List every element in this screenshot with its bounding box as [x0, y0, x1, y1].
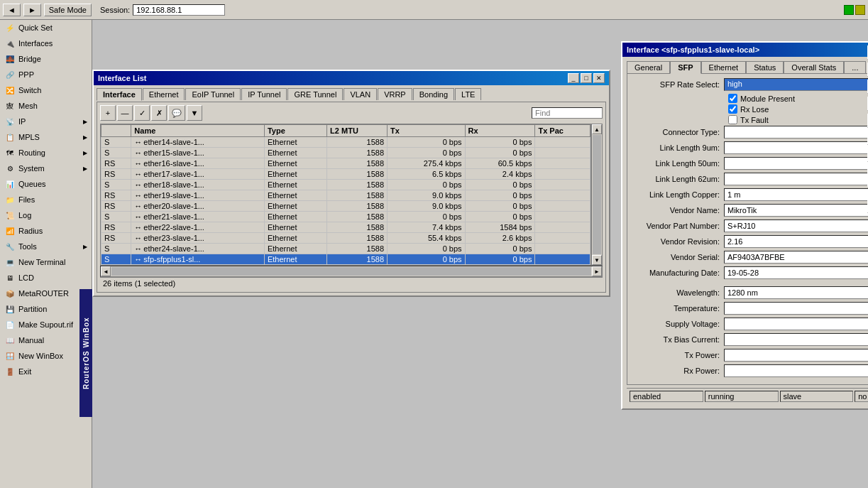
vendor-name-input[interactable]: [724, 204, 868, 217]
tab-ip-tunnel[interactable]: IP Tunnel: [241, 88, 287, 100]
tx-fault-checkbox[interactable]: [728, 115, 737, 124]
sidebar-item-quick-set[interactable]: ⚡ Quick Set: [0, 20, 92, 36]
tab-bonding[interactable]: Bonding: [413, 88, 454, 100]
horizontal-scrollbar[interactable]: ◄ ►: [100, 266, 603, 277]
sidebar-item-routing[interactable]: 🗺 Routing ▶: [0, 145, 92, 161]
link-9um-input[interactable]: [724, 141, 868, 154]
sidebar-item-log[interactable]: 📜 Log: [0, 207, 92, 223]
sidebar-item-tools[interactable]: 🔧 Tools ▶: [0, 239, 92, 254]
sidebar-item-ppp[interactable]: 🔗 PPP: [0, 67, 92, 82]
sidebar-item-bridge[interactable]: 🌉 Bridge: [0, 51, 92, 67]
col-l2mtu[interactable]: L2 MTU: [327, 125, 388, 137]
tab-gre[interactable]: GRE Tunnel: [287, 88, 343, 100]
link-copper-input[interactable]: [724, 188, 868, 201]
sidebar-item-lcd[interactable]: 🖥 LCD: [0, 270, 92, 286]
col-txpac[interactable]: Tx Pac: [535, 125, 590, 137]
sidebar-item-system[interactable]: ⚙ System ▶: [0, 161, 92, 176]
table-row[interactable]: RS ↔ether19-slave-1... Ethernet 1588 9.0…: [101, 190, 590, 201]
sidebar-item-new-terminal[interactable]: 💻 New Terminal: [0, 254, 92, 270]
close-button[interactable]: ✕: [593, 73, 605, 83]
table-row[interactable]: S ↔ether14-slave-1... Ethernet 1588 0 bp…: [101, 137, 590, 148]
sidebar-item-supout[interactable]: 📄 Make Supout.rif: [0, 317, 92, 332]
rx-power-input[interactable]: [724, 364, 868, 377]
tx-bias-input[interactable]: [724, 333, 868, 346]
row-name: ↔sfp-sfpplus1-sl...: [131, 254, 265, 265]
filter-button[interactable]: ▼: [187, 105, 202, 121]
tab-lte[interactable]: LTE: [455, 88, 481, 100]
comment-button[interactable]: 💬: [168, 105, 185, 121]
tab-more[interactable]: ...: [844, 61, 866, 73]
table-row[interactable]: S ↔ether18-slave-1... Ethernet 1588 0 bp…: [101, 180, 590, 190]
tab-vlan[interactable]: VLAN: [344, 88, 377, 100]
tx-power-input[interactable]: [724, 349, 868, 362]
col-rx[interactable]: Rx: [465, 125, 535, 137]
tab-status[interactable]: Status: [746, 61, 784, 73]
add-button[interactable]: +: [100, 105, 116, 121]
tab-overall-stats[interactable]: Overall Stats: [784, 61, 844, 73]
table-scroll-area[interactable]: Name Type L2 MTU Tx Rx Tx Pac: [100, 124, 591, 266]
table-row[interactable]: RS ↔ether16-slave-1... Ethernet 1588 275…: [101, 158, 590, 169]
table-row[interactable]: S ↔ether15-slave-1... Ethernet 1588 0 bp…: [101, 148, 590, 158]
table-row[interactable]: S ↔ether24-slave-1... Ethernet 1588 0 bp…: [101, 244, 590, 254]
sidebar-item-interfaces[interactable]: 🔌 Interfaces: [0, 36, 92, 51]
scroll-up-arrow[interactable]: ▲: [592, 124, 602, 134]
sfp-rate-select-field[interactable]: high: [724, 78, 868, 91]
sidebar-item-switch[interactable]: 🔀 Switch: [0, 82, 92, 98]
minimize-button[interactable]: _: [568, 73, 579, 83]
tab-ethernet[interactable]: Ethernet: [701, 61, 747, 73]
module-present-checkbox[interactable]: [728, 94, 737, 103]
sidebar-item-files[interactable]: 📁 Files: [0, 192, 92, 207]
supply-voltage-input[interactable]: [724, 318, 868, 330]
tab-ethernet[interactable]: Ethernet: [143, 88, 185, 100]
remove-button[interactable]: —: [117, 105, 133, 121]
rx-lose-checkbox[interactable]: [728, 104, 737, 114]
sidebar-item-partition[interactable]: 💾 Partition: [0, 301, 92, 317]
disable-button[interactable]: ✗: [151, 105, 167, 121]
sidebar-item-mesh[interactable]: 🕸 Mesh: [0, 98, 92, 114]
safe-mode-button[interactable]: Safe Mode: [44, 4, 92, 16]
temperature-input[interactable]: [724, 302, 868, 315]
tab-eoip[interactable]: EoIP Tunnel: [185, 88, 241, 100]
table-row[interactable]: RS ↔ether22-slave-1... Ethernet 1588 7.4…: [101, 222, 590, 233]
col-name[interactable]: Name: [131, 125, 265, 137]
forward-button[interactable]: ►: [23, 4, 41, 16]
sidebar-item-manual[interactable]: 📖 Manual: [0, 332, 92, 348]
maximize-button[interactable]: □: [581, 73, 592, 83]
tab-vrrp[interactable]: VRRP: [378, 88, 412, 100]
tab-interface[interactable]: Interface: [97, 88, 142, 101]
col-type[interactable]: Type: [264, 125, 326, 137]
sidebar-item-metarouter[interactable]: 📦 MetaROUTER: [0, 286, 92, 301]
scroll-right-arrow[interactable]: ►: [592, 266, 602, 276]
vertical-scrollbar[interactable]: ▲ ▼: [591, 124, 603, 266]
table-row[interactable]: S ↔ether21-slave-1... Ethernet 1588 0 bp…: [101, 212, 590, 222]
find-input[interactable]: [532, 107, 603, 119]
sidebar-item-new-winbox[interactable]: 🪟 New WinBox: [0, 348, 92, 364]
link-62um-input[interactable]: [724, 173, 868, 185]
wavelength-input[interactable]: [724, 286, 868, 299]
table-row[interactable]: RS ↔ether23-slave-1... Ethernet 1588 55.…: [101, 233, 590, 244]
col-tx[interactable]: Tx: [388, 125, 466, 137]
table-row[interactable]: RS ↔ether17-slave-1... Ethernet 1588 6.5…: [101, 169, 590, 180]
link-50um-input[interactable]: [724, 157, 868, 170]
sidebar-item-exit[interactable]: 🚪 Exit: [0, 364, 92, 379]
table-row[interactable]: S ↔sfp-sfpplus1-sl... Ethernet 1588 0 bp…: [101, 254, 590, 265]
enable-button[interactable]: ✓: [134, 105, 150, 121]
scroll-down-arrow[interactable]: ▼: [592, 255, 602, 265]
tab-sfp[interactable]: SFP: [670, 61, 701, 74]
vendor-revision-input[interactable]: [724, 235, 868, 248]
scroll-left-arrow[interactable]: ◄: [101, 266, 111, 276]
sidebar-item-radius[interactable]: 📶 Radius: [0, 223, 92, 239]
sidebar-item-queues[interactable]: 📊 Queues: [0, 176, 92, 192]
tab-general[interactable]: General: [627, 61, 670, 73]
vendor-part-input[interactable]: [724, 219, 868, 232]
row-name: ↔ether24-slave-1...: [131, 244, 265, 254]
table-row[interactable]: S ↔sfpplus2-slave-... Ethernet 1588 0 bp…: [101, 265, 590, 266]
session-input[interactable]: [133, 4, 225, 16]
sidebar-item-ip[interactable]: 📡 IP ▶: [0, 114, 92, 129]
connector-type-input[interactable]: [724, 126, 868, 139]
mfg-date-input[interactable]: [724, 266, 868, 279]
sidebar-item-mpls[interactable]: 📋 MPLS ▶: [0, 129, 92, 145]
back-button[interactable]: ◄: [3, 4, 21, 16]
vendor-serial-input[interactable]: [724, 251, 868, 264]
table-row[interactable]: RS ↔ether20-slave-1... Ethernet 1588 9.0…: [101, 201, 590, 212]
